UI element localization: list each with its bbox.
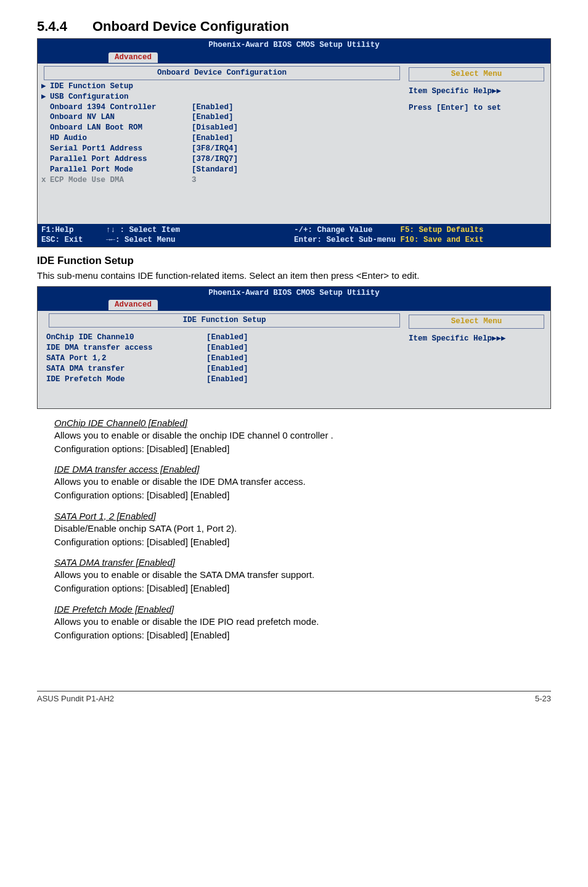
bios-left-title: Onboard Device Configuration (44, 66, 400, 80)
bios-item: Onboard LAN Boot ROM[Disabled] (41, 123, 402, 133)
bios-item: HD Audio[Enabled] (41, 133, 402, 144)
bios-item: Onboard NV LAN[Enabled] (41, 112, 402, 123)
bios-item: SATA DMA transfer[Enabled] (46, 364, 402, 374)
subsection-heading: IDE Function Setup (37, 255, 551, 267)
bios-footer-help: F1:Help ↑↓ : Select ItemESC: Exit →←: Se… (38, 224, 550, 247)
bios-item: Onboard 1394 Controller[Enabled] (41, 102, 402, 113)
foot-left-1: F1:Help ↑↓ : Select Item (41, 226, 180, 234)
option-description: SATA DMA transfer [Enabled]Allows you to… (54, 557, 551, 595)
option-desc-1: Allows you to enable or disable the IDE … (54, 616, 551, 628)
option-desc-2: Configuration options: [Disabled] [Enabl… (54, 489, 551, 501)
bios-screen-2: Phoenix-Award BIOS CMOS Setup Utility Ad… (37, 286, 551, 409)
option-title: OnChip IDE Channel0 [Enabled] (54, 418, 551, 428)
foot-right-1: -/+: Change Value F5: Setup Defaults (294, 226, 484, 234)
bios-item: IDE Prefetch Mode[Enabled] (46, 374, 402, 385)
option-desc-1: Disable/Enable onchip SATA (Port 1, Port… (54, 522, 551, 535)
bios-item: ▶IDE Function Setup (41, 81, 402, 92)
bios2-right-title: Select Menu (409, 315, 544, 329)
option-desc-1: Allows you to enable or disable the SATA… (54, 569, 551, 581)
option-title: IDE Prefetch Mode [Enabled] (54, 604, 551, 614)
tab-advanced-2: Advanced (108, 300, 158, 310)
bios-title-2: Phoenix-Award BIOS CMOS Setup Utility (38, 287, 550, 300)
option-description: IDE DMA transfer access [Enabled]Allows … (54, 464, 551, 502)
bios-screen-1: Phoenix-Award BIOS CMOS Setup Utility Ad… (37, 38, 551, 247)
option-title: SATA DMA transfer [Enabled] (54, 557, 551, 567)
option-description: SATA Port 1, 2 [Enabled]Disable/Enable o… (54, 511, 551, 549)
bios2-left-title: IDE Function Setup (49, 313, 400, 328)
bios-item: OnChip IDE Channel0[Enabled] (46, 332, 402, 343)
bios-item: Serial Port1 Address[3F8/IRQ4] (41, 144, 402, 154)
option-desc-1: Allows you to enable or disable the IDE … (54, 476, 551, 488)
option-desc-2: Configuration options: [Disabled] [Enabl… (54, 443, 551, 455)
foot-right-2: Enter: Select Sub-menu F10: Save and Exi… (294, 236, 484, 244)
section-title: Onboard Device Configuration (92, 19, 289, 34)
footer-right: 5-23 (535, 694, 551, 703)
bios-item: SATA Port 1,2[Enabled] (46, 353, 402, 364)
bios-item: xECP Mode Use DMA3 (41, 175, 402, 186)
option-title: IDE DMA transfer access [Enabled] (54, 464, 551, 474)
option-desc-1: Allows you to enable or disable the onch… (54, 429, 551, 442)
tab-advanced: Advanced (108, 52, 158, 63)
page-footer: ASUS Pundit P1-AH2 5-23 (37, 691, 551, 703)
subsection-desc: This sub-menu contains IDE function-rela… (37, 270, 551, 282)
bios-tab-row: Advanced (38, 52, 550, 64)
bios-tab-row-2: Advanced (38, 299, 550, 311)
option-desc-2: Configuration options: [Disabled] [Enabl… (54, 582, 551, 595)
option-desc-2: Configuration options: [Disabled] [Enabl… (54, 536, 551, 548)
option-description: OnChip IDE Channel0 [Enabled]Allows you … (54, 418, 551, 456)
foot-left-2: ESC: Exit →←: Select Menu (41, 236, 176, 244)
help-text-1: Item Specific Help▶▶ (409, 86, 544, 97)
bios-title: Phoenix-Award BIOS CMOS Setup Utility (38, 39, 550, 52)
help-text-2: Press [Enter] to set (409, 103, 544, 113)
bios-item: IDE DMA transfer access[Enabled] (46, 343, 402, 353)
section-heading: 5.4.4Onboard Device Configuration (37, 19, 551, 35)
bios-item: Parallel Port Address[378/IRQ7] (41, 154, 402, 165)
section-number: 5.4.4 (37, 19, 92, 35)
bios-item: ▶USB Configuration (41, 92, 402, 102)
help-text-3: Item Specific Help▶▶▶ (409, 334, 544, 344)
bios-right-title: Select Menu (409, 67, 544, 81)
option-desc-2: Configuration options: [Disabled] [Enabl… (54, 629, 551, 642)
option-description: IDE Prefetch Mode [Enabled]Allows you to… (54, 604, 551, 642)
bios-item: Parallel Port Mode[Standard] (41, 165, 402, 175)
footer-left: ASUS Pundit P1-AH2 (37, 694, 114, 703)
option-title: SATA Port 1, 2 [Enabled] (54, 511, 551, 521)
